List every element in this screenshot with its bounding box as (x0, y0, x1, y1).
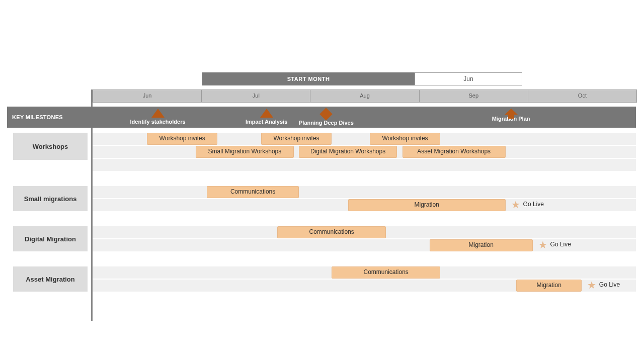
lane: Migration★Go Live (93, 199, 636, 211)
task-bar[interactable]: Communications (332, 266, 440, 279)
star-icon: ★ (587, 280, 597, 290)
lane (93, 159, 636, 171)
group-label: Digital Migration (13, 226, 88, 251)
lane: Migration★Go Live (93, 239, 636, 251)
start-month-selector: START MONTH Jun (202, 72, 521, 85)
month-cell: Jun (93, 90, 201, 102)
group-label: Workshops (13, 133, 88, 160)
star-icon: ★ (511, 200, 521, 210)
start-month-value[interactable]: Jun (415, 72, 522, 85)
milestone: Planning Deep Dives (286, 109, 366, 126)
lane: Communications (93, 186, 636, 198)
task-bar[interactable]: Migration (430, 239, 533, 251)
month-header-row: JunJulAugSepOct (93, 89, 637, 103)
task-bar[interactable]: Communications (277, 226, 386, 238)
task-bar[interactable]: Small Migration Workshops (196, 146, 293, 158)
milestone-label: Identify stakeholders (118, 119, 198, 125)
lane: Migration★Go Live (93, 280, 636, 292)
lane: Workshop invitesWorkshop invitesWorkshop… (93, 133, 636, 145)
go-live-label: Go Live (599, 281, 620, 288)
diamond-icon (320, 108, 333, 120)
lane: Small Migration WorkshopsDigital Migrati… (93, 146, 636, 158)
group-label: Small migrations (13, 186, 88, 211)
month-cell: Sep (419, 90, 528, 102)
lane: Communications (93, 266, 636, 279)
triangle-icon (260, 109, 273, 118)
task-bar[interactable]: Migration (348, 199, 506, 211)
task-bar[interactable]: Workshop invites (261, 133, 332, 145)
milestones-bar: KEY MILESTONES Identify stakeholdersImpa… (7, 107, 636, 128)
group-label: Asset Migration (13, 266, 88, 292)
star-icon: ★ (538, 240, 548, 250)
milestone: Identify stakeholders (118, 109, 198, 125)
month-cell: Oct (528, 90, 636, 102)
lane: Communications (93, 226, 636, 238)
go-live-label: Go Live (523, 201, 544, 208)
milestones-label: KEY MILESTONES (12, 107, 88, 128)
milestone: Migration Plan (471, 109, 551, 122)
month-cell: Aug (310, 90, 419, 102)
go-live-label: Go Live (550, 241, 571, 248)
task-bar[interactable]: Workshop invites (147, 133, 217, 145)
task-bar[interactable]: Digital Migration Workshops (299, 146, 396, 158)
task-bar[interactable]: Workshop invites (370, 133, 440, 145)
month-cell: Jul (201, 90, 310, 102)
task-bar[interactable]: Communications (207, 186, 299, 198)
task-bar[interactable]: Migration (516, 280, 582, 292)
triangle-icon (151, 109, 165, 118)
arrow-up-icon (505, 109, 518, 115)
milestone-label: Planning Deep Dives (286, 120, 366, 126)
start-month-label: START MONTH (202, 72, 415, 85)
task-bar[interactable]: Asset Migration Workshops (403, 146, 506, 158)
